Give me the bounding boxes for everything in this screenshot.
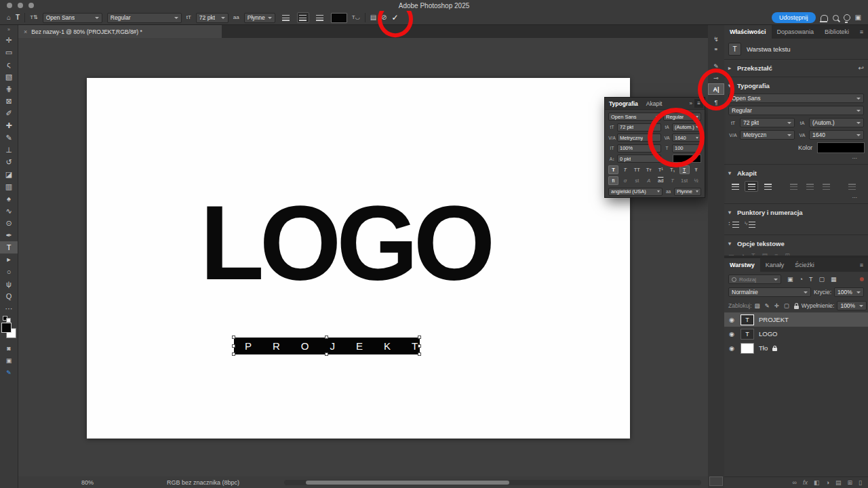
align-right-button[interactable] xyxy=(314,12,326,23)
justify-left-button[interactable] xyxy=(787,181,800,192)
more-tools-button[interactable]: ⋯ xyxy=(0,302,18,314)
justify-center-button[interactable] xyxy=(803,181,816,192)
transform-handle[interactable] xyxy=(418,352,421,356)
leading-select[interactable]: (Autom.) xyxy=(809,118,864,127)
font-style-select[interactable]: Regular xyxy=(663,113,701,121)
superscript-button[interactable]: T¹ xyxy=(656,165,666,174)
subscript-button[interactable]: T₁ xyxy=(667,165,677,174)
filter-pixel-layers-icon[interactable]: ▣ xyxy=(787,276,793,283)
layer-group-icon[interactable]: ▤ xyxy=(835,479,842,486)
filter-shape-layers-icon[interactable]: ▢ xyxy=(818,276,825,283)
tracking-select[interactable]: 1640 xyxy=(809,130,864,140)
transform-section-header[interactable]: ▸ Przekształć ↩ xyxy=(728,63,864,73)
lock-all-icon[interactable] xyxy=(794,306,799,309)
scrollbar-thumb[interactable] xyxy=(306,481,509,485)
numbered-list-icon[interactable] xyxy=(745,221,755,229)
blend-mode-select[interactable]: Normalnie xyxy=(728,287,811,297)
layer-name[interactable]: PROJEKT xyxy=(759,316,789,323)
small-caps-button[interactable]: Tт xyxy=(644,165,654,174)
share-button[interactable]: Udostępnij xyxy=(772,12,816,23)
tab-warstwy[interactable]: Warstwy xyxy=(724,258,760,272)
panel-menu-icon[interactable]: ≡ xyxy=(694,99,703,108)
swash-button[interactable]: A xyxy=(644,176,654,185)
transform-handle[interactable] xyxy=(232,344,235,348)
cancel-edits-icon[interactable]: ⊘ xyxy=(381,14,387,21)
font-size-select[interactable]: 72 pkt xyxy=(196,13,229,23)
tab-wlasciwosci[interactable]: Właściwości xyxy=(724,25,772,39)
eraser-tool[interactable]: ◪ xyxy=(0,168,18,180)
link-layers-icon[interactable]: ∞ xyxy=(793,479,797,486)
align-right-button[interactable] xyxy=(761,181,774,192)
home-icon[interactable]: ⌂ xyxy=(7,14,11,21)
tab-kanaly[interactable]: Kanały xyxy=(760,258,790,272)
object-selection-tool[interactable]: ▧ xyxy=(0,70,18,83)
zoom-level[interactable]: 80% xyxy=(81,479,94,486)
eyedropper-tool[interactable]: ✐ xyxy=(0,107,18,119)
brush-settings-panel-icon[interactable]: ✎ xyxy=(708,60,724,72)
background-layer-thumbnail[interactable] xyxy=(741,343,754,354)
logo-text-layer[interactable]: LOGO xyxy=(200,190,490,296)
dodge-tool[interactable]: ⊙ xyxy=(0,217,18,229)
paragraph-panel-icon[interactable]: ¶ xyxy=(708,96,724,108)
blur-tool[interactable]: ♠ xyxy=(0,192,18,205)
brush-tool[interactable]: ✎ xyxy=(0,131,18,144)
collapse-panel-icon[interactable]: » xyxy=(690,100,694,106)
typografia-section-header[interactable]: ▾ Typografia xyxy=(728,81,864,91)
canvas[interactable]: LOGO PROJEKT xyxy=(87,78,630,439)
align-center-button[interactable] xyxy=(297,12,309,23)
notifications-bell-icon[interactable] xyxy=(821,15,828,21)
more-options-dots[interactable]: ... xyxy=(728,193,864,200)
move-tool[interactable]: ✛ xyxy=(0,34,18,46)
default-colors-icon[interactable] xyxy=(0,314,18,322)
toggle-panels-icon[interactable]: ▤ xyxy=(370,14,376,21)
titling-alternates-button[interactable]: T xyxy=(667,176,677,185)
more-options-dots[interactable]: ... xyxy=(728,154,864,161)
panel-menu-icon[interactable]: ≡ xyxy=(855,25,868,39)
filter-toggle-icon[interactable] xyxy=(860,277,864,281)
history-brush-tool[interactable]: ↺ xyxy=(0,156,18,168)
tab-akapit[interactable]: Akapit xyxy=(642,100,667,107)
language-select[interactable]: angielski (USA) xyxy=(608,188,663,196)
opacity-select[interactable]: 100% xyxy=(834,287,864,297)
stylistic-alternates-button[interactable]: ad xyxy=(656,176,666,185)
lock-artboard-icon[interactable]: ▢ xyxy=(784,302,789,309)
zoom-tool[interactable]: Q xyxy=(0,290,18,302)
reset-transform-icon[interactable]: ↩ xyxy=(859,64,864,72)
edit-toolbar-icon[interactable]: ✎ xyxy=(0,367,18,379)
maximize-window-button[interactable] xyxy=(28,3,34,8)
transform-handle[interactable] xyxy=(232,352,235,356)
ordinals-button[interactable]: 1st xyxy=(679,176,690,185)
text-orientation-icon[interactable]: T⇅ xyxy=(30,15,38,20)
anti-alias-select[interactable]: Płynne xyxy=(244,13,275,23)
frame-tool[interactable]: ⊠ xyxy=(0,95,18,107)
justify-right-button[interactable] xyxy=(819,181,833,192)
workspace-icon[interactable]: ▣ xyxy=(855,14,861,21)
path-selection-tool[interactable]: ► xyxy=(0,253,18,266)
font-style-select[interactable]: Regular xyxy=(107,13,182,23)
quick-mask-button[interactable]: ◙ xyxy=(0,342,18,354)
text-options-section-header[interactable]: ▾ Opcje tekstowe xyxy=(728,239,864,249)
layer-effects-icon[interactable]: fx xyxy=(803,479,808,486)
all-caps-button[interactable]: TT xyxy=(632,165,642,174)
filter-adjustment-layers-icon[interactable]: ◔ xyxy=(800,276,803,283)
kerning-select[interactable]: Metryczn xyxy=(740,130,795,140)
text-layer-thumbnail[interactable]: T xyxy=(741,329,754,340)
horizontal-scale-field[interactable]: 100 xyxy=(672,144,701,152)
align-left-button[interactable] xyxy=(728,181,742,192)
bullet-list-icon[interactable] xyxy=(728,221,739,229)
warp-text-icon[interactable]: T◡ xyxy=(352,15,360,20)
ligatures-button[interactable]: fi xyxy=(608,176,618,185)
underline-button[interactable]: T xyxy=(679,165,690,174)
type-tool[interactable]: T xyxy=(0,241,18,253)
search-icon[interactable] xyxy=(833,15,839,21)
clone-stamp-tool[interactable]: ⊥ xyxy=(0,144,18,156)
lock-pixels-icon[interactable]: ✎ xyxy=(765,302,770,309)
foreground-color-swatch[interactable] xyxy=(1,323,12,333)
tab-typografia[interactable]: Typografia xyxy=(605,100,642,107)
leading-select[interactable]: (Autom.) xyxy=(672,123,701,131)
transform-handle[interactable] xyxy=(418,344,421,348)
layer-filter-search[interactable]: Rodzaj xyxy=(728,274,781,284)
close-tab-icon[interactable]: × xyxy=(24,28,27,35)
hand-tool[interactable]: ψ xyxy=(0,278,18,290)
align-center-button[interactable] xyxy=(745,181,758,192)
